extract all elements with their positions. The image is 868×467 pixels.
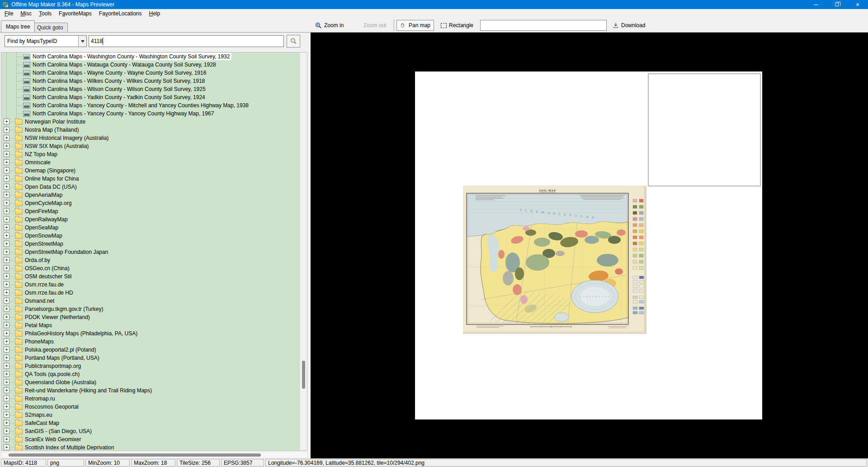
expand-toggle[interactable]: + (4, 273, 9, 279)
close-button[interactable]: × (847, 0, 868, 9)
map-tile-page[interactable]: SOIL MAP A L B E M A R L E S O U N D L A… (415, 71, 762, 419)
tree-item-folder[interactable]: +NSW SIX Maps (Australia) (1, 142, 300, 150)
rectangle-button[interactable]: Rectangle (438, 20, 476, 31)
tree-item-folder[interactable]: +Polska.geoportal2.pl (Poland) (1, 346, 300, 354)
tree-item-folder[interactable]: +PhoneMaps (1, 338, 300, 346)
tree-item-folder[interactable]: +OpenAerialMap (1, 191, 300, 199)
expand-toggle[interactable]: + (4, 363, 9, 369)
tree-item-map[interactable]: North Carolina Maps - Yancey County - Mi… (1, 101, 300, 110)
expand-toggle[interactable]: + (4, 314, 9, 320)
tree-item-folder[interactable]: +Osm.rrze.fau.de (1, 281, 300, 289)
combo-arrow-button[interactable] (78, 36, 86, 47)
expand-toggle[interactable]: + (4, 420, 9, 426)
zoom-out-button[interactable]: Zoom out (360, 20, 390, 31)
tree-item-folder[interactable]: +Portland Maps (Portland, USA) (1, 354, 300, 362)
tree-item-folder[interactable]: +OSM deutscher Stil (1, 272, 300, 281)
expand-toggle[interactable]: + (4, 436, 9, 442)
menu-item-file[interactable]: File (1, 10, 17, 18)
expand-toggle[interactable]: + (4, 127, 9, 133)
expand-toggle[interactable]: + (4, 306, 9, 312)
tree-horizontal-scrollbar[interactable] (1, 452, 307, 458)
expand-toggle[interactable]: + (4, 428, 9, 434)
download-area-rectangle[interactable] (648, 73, 761, 186)
tree-item-folder[interactable]: +Norwegian Polar Institute (1, 118, 300, 126)
menu-item-misc[interactable]: Misc (17, 10, 35, 18)
tree-item-map[interactable]: North Carolina Maps - Yadkin County - Ya… (1, 93, 300, 101)
tree-item-folder[interactable]: +Queensland Globe (Australia) (1, 378, 300, 386)
tree-item-folder[interactable]: +Parselsorgu.tkgm.gov.tr (Turkey) (1, 305, 300, 313)
tree-item-map[interactable]: North Carolina Maps - Watauga County - W… (1, 61, 300, 69)
tree-item-map[interactable]: North Carolina Maps - Wayne County - Way… (1, 69, 300, 77)
expand-toggle[interactable]: + (4, 298, 9, 304)
expand-toggle[interactable]: + (4, 347, 9, 353)
expand-toggle[interactable]: + (4, 167, 9, 173)
expand-toggle[interactable]: + (4, 159, 9, 165)
tree-item-folder[interactable]: +Reit-und Wanderkarte (Hiking and Trail … (1, 386, 300, 395)
tree-item-folder[interactable]: +Onemap (Singapore) (1, 167, 300, 175)
expand-toggle[interactable]: + (4, 119, 9, 124)
tree-item-folder[interactable]: +OpenCycleMap.org (1, 199, 300, 207)
tree-item-folder[interactable]: +PDOK Viewer (Netherland) (1, 313, 300, 321)
expand-toggle[interactable]: + (4, 322, 9, 328)
tree-item-map[interactable]: North Carolina Maps - Wilkes County - Wi… (1, 77, 300, 85)
expand-toggle[interactable]: + (4, 281, 9, 287)
expand-toggle[interactable]: + (4, 404, 9, 410)
expand-toggle[interactable]: + (4, 257, 9, 263)
tree-item-folder[interactable]: +Nostra Map (Thailand) (1, 126, 300, 134)
tree-item-folder[interactable]: +OpenStreetMap Foundation Japan (1, 248, 300, 256)
horizontal-scrollbar-thumb[interactable] (9, 453, 261, 457)
tree-item-folder[interactable]: +NSW Historical Imagery (Australia) (1, 134, 300, 142)
tree-item-map[interactable]: North Carolina Maps - Wilson County - Wi… (1, 85, 300, 93)
menu-item-favoritelocations[interactable]: FavoriteLocations (95, 10, 146, 18)
expand-toggle[interactable]: + (4, 387, 9, 393)
search-input[interactable] (89, 35, 284, 47)
expand-toggle[interactable]: + (4, 379, 9, 385)
tree-item-folder[interactable]: +PhilaGeoHistory Maps (Philadelphia, PA,… (1, 329, 300, 338)
tree-item-folder[interactable]: +Orda.of.by (1, 256, 300, 264)
expand-toggle[interactable]: + (4, 151, 9, 157)
maps-tree-view[interactable]: North Carolina Maps - Washington County … (1, 52, 300, 450)
tab-quick-goto[interactable]: Quick goto (32, 23, 68, 32)
expand-toggle[interactable]: + (4, 216, 9, 222)
expand-toggle[interactable]: + (4, 249, 9, 255)
restore-button[interactable] (826, 0, 847, 9)
tab-maps-tree[interactable]: Maps tree (1, 20, 35, 32)
expand-toggle[interactable]: + (4, 241, 9, 247)
tree-item-folder[interactable]: +Retromap.ru (1, 395, 300, 403)
tree-item-folder[interactable]: +Osmand.net (1, 297, 300, 305)
map-canvas[interactable]: SOIL MAP A L B E M A R L E S O U N D L A… (311, 33, 868, 458)
expand-toggle[interactable]: + (4, 224, 9, 230)
expand-toggle[interactable]: + (4, 135, 9, 141)
tree-item-folder[interactable]: +OpenFireMap (1, 207, 300, 215)
tree-item-folder[interactable]: +QA Tools (qa.poole.ch) (1, 370, 300, 378)
tree-item-folder[interactable]: +Online Maps for China (1, 175, 300, 183)
tree-item-folder[interactable]: +NZ Topo Map (1, 150, 300, 158)
expand-toggle[interactable]: + (4, 200, 9, 206)
expand-toggle[interactable]: + (4, 192, 9, 198)
tree-item-folder[interactable]: +SafeCast Map (1, 419, 300, 427)
expand-toggle[interactable]: + (4, 412, 9, 418)
expand-toggle[interactable]: + (4, 290, 9, 295)
expand-toggle[interactable]: + (4, 396, 9, 401)
tree-item-folder[interactable]: +Roscosmos Geoportal (1, 403, 300, 411)
find-mode-select[interactable]: Find by MapsTypeID (5, 35, 87, 47)
expand-toggle[interactable]: + (4, 355, 9, 361)
tree-item-folder[interactable]: +Publictransportmap.org (1, 362, 300, 370)
expand-toggle[interactable]: + (4, 338, 9, 344)
tree-vertical-scrollbar[interactable] (300, 52, 307, 450)
tree-item-folder[interactable]: +Osm.rrze.fau.de HD (1, 289, 300, 297)
tree-item-folder[interactable]: +OpenStreetMap (1, 240, 300, 248)
expand-toggle[interactable]: + (4, 143, 9, 149)
pan-map-button[interactable]: Pan map (396, 20, 434, 31)
tree-item-map[interactable]: North Carolina Maps - Yancey County - Ya… (1, 110, 300, 118)
menu-item-help[interactable]: Help (146, 10, 164, 18)
minimize-button[interactable] (806, 0, 826, 9)
tree-item-folder[interactable]: +Open Data DC (USA) (1, 183, 300, 191)
tree-item-folder[interactable]: +Omniscale (1, 158, 300, 167)
expand-toggle[interactable]: + (4, 265, 9, 271)
tree-item-folder[interactable]: +Scottish Index of Multiple Deprivation (1, 443, 300, 450)
menu-item-tools[interactable]: Tools (35, 10, 55, 18)
tree-item-folder[interactable]: +OSGeo.cn (China) (1, 264, 300, 272)
tree-item-folder[interactable]: +S2maps.eu (1, 411, 300, 419)
tree-item-folder[interactable]: +OpenSnowMap (1, 232, 300, 240)
